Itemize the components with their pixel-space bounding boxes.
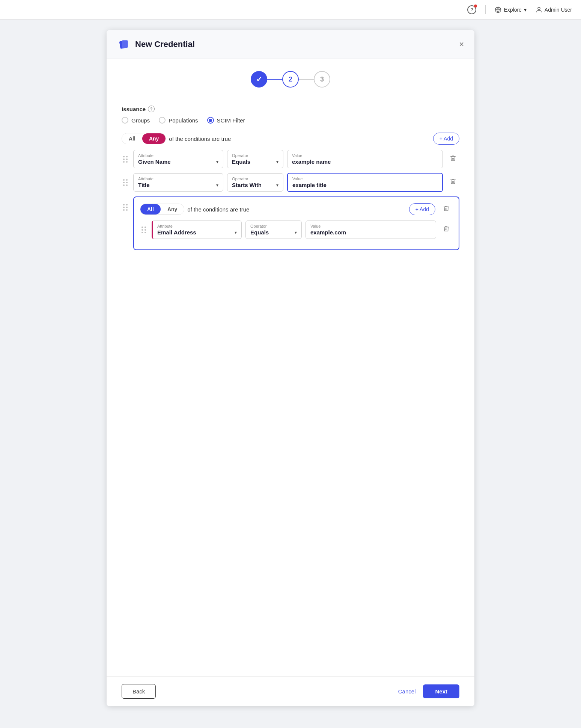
populations-radio-circle — [159, 117, 166, 124]
populations-radio[interactable]: Populations — [159, 117, 198, 124]
user-menu[interactable]: Admin User — [536, 6, 572, 13]
condition-row-given-name: Attribute Given Name ▾ Operator Equals ▾… — [122, 150, 459, 168]
drag-dots-email — [141, 227, 146, 233]
outer-all-any-toggle: All Any — [122, 133, 166, 144]
attribute-title-field[interactable]: Attribute Title ▾ — [133, 173, 223, 192]
modal-title: New Credential — [135, 39, 195, 49]
trash-icon-email — [443, 225, 450, 232]
connector-2-3 — [299, 79, 314, 80]
issuance-help-icon[interactable]: ? — [148, 106, 155, 112]
delete-email-button[interactable] — [440, 224, 453, 236]
footer-right-actions: Cancel Next — [398, 684, 459, 698]
value-title-field[interactable]: Value example title — [287, 173, 443, 192]
attribute-email-arrow: ▾ — [235, 230, 237, 235]
modal-body: Issuance ? Groups Populations SCIM Filte… — [107, 97, 474, 475]
condition-row-title: Attribute Title ▾ Operator Starts With ▾… — [122, 173, 459, 192]
modal-header: New Credential × — [107, 30, 474, 59]
nested-all-any-toggle: All Any — [140, 204, 184, 215]
step-3: 3 — [314, 71, 330, 88]
scim-filter-radio-circle — [207, 117, 214, 124]
delete-given-name-button[interactable] — [447, 153, 459, 165]
help-button[interactable]: ? — [467, 5, 476, 14]
new-credential-modal: New Credential × ✓ 2 3 Issuance ? Groups — [107, 30, 474, 706]
explore-chevron-icon: ▾ — [524, 7, 527, 13]
brand-logo — [117, 38, 131, 51]
nested-conditions-header: All Any of the conditions are true + Add — [140, 203, 453, 215]
explore-icon — [495, 6, 501, 13]
top-navigation: ? Explore ▾ Admin User — [0, 0, 581, 20]
drag-dots-2 — [123, 179, 128, 186]
step-3-label: 3 — [320, 76, 324, 83]
attribute-email-field[interactable]: Attribute Email Address ▾ — [152, 221, 242, 239]
nested-toggle-group: All Any of the conditions are true — [140, 204, 249, 215]
groups-radio-circle — [122, 117, 128, 124]
step-2-label: 2 — [289, 76, 292, 83]
checkmark-icon: ✓ — [256, 75, 262, 84]
cancel-button[interactable]: Cancel — [398, 688, 416, 695]
drag-dots-1 — [123, 156, 128, 163]
help-icon: ? — [467, 5, 476, 14]
condition-row-email: Attribute Email Address ▾ Operator Equal… — [140, 221, 453, 239]
scim-filter-radio[interactable]: SCIM Filter — [207, 117, 245, 124]
drag-handle-nested[interactable] — [122, 202, 129, 212]
operator-given-name-field[interactable]: Operator Equals ▾ — [227, 150, 283, 168]
nested-any-button[interactable]: Any — [161, 204, 184, 214]
nested-conditions-text: of the conditions are true — [187, 206, 249, 213]
step-2: 2 — [282, 71, 299, 88]
next-button[interactable]: Next — [423, 684, 459, 698]
attribute-given-name-arrow: ▾ — [216, 159, 218, 165]
svg-point-2 — [538, 7, 540, 9]
value-email-field[interactable]: Value example.com — [306, 221, 436, 239]
nav-divider — [485, 5, 486, 14]
drag-handle-email[interactable] — [140, 225, 148, 235]
operator-title-field[interactable]: Operator Starts With ▾ — [227, 173, 283, 192]
delete-title-button[interactable] — [447, 177, 459, 188]
progress-stepper: ✓ 2 3 — [107, 59, 474, 97]
outer-conditions-block: All Any of the conditions are true + Add — [122, 133, 459, 258]
modal-title-group: New Credential — [117, 38, 195, 51]
trash-icon-2 — [450, 178, 456, 185]
nested-condition-row: All Any of the conditions are true + Add — [122, 196, 459, 258]
delete-nested-block-button[interactable] — [440, 204, 453, 215]
issuance-section-label: Issuance ? — [122, 106, 459, 112]
outer-add-button[interactable]: + Add — [433, 133, 459, 145]
back-button[interactable]: Back — [122, 684, 156, 699]
outer-any-button[interactable]: Any — [142, 133, 166, 144]
operator-given-name-arrow: ▾ — [276, 159, 278, 165]
explore-menu[interactable]: Explore ▾ — [495, 6, 526, 13]
outer-conditions-text: of the conditions are true — [169, 136, 231, 142]
drag-handle-2[interactable] — [122, 178, 129, 187]
step-1: ✓ — [251, 71, 267, 88]
trash-icon-nested — [443, 205, 450, 212]
groups-radio[interactable]: Groups — [122, 117, 150, 124]
body-spacer — [107, 475, 474, 676]
operator-email-arrow: ▾ — [295, 230, 297, 235]
issuance-radio-group: Groups Populations SCIM Filter — [122, 117, 459, 124]
operator-title-arrow: ▾ — [276, 183, 278, 188]
outer-conditions-header: All Any of the conditions are true + Add — [122, 133, 459, 145]
value-given-name-field[interactable]: Value example name — [287, 150, 443, 168]
trash-icon — [450, 155, 456, 162]
attribute-given-name-field[interactable]: Attribute Given Name ▾ — [133, 150, 223, 168]
connector-1-2 — [267, 79, 282, 80]
outer-toggle-group: All Any of the conditions are true — [122, 133, 231, 144]
user-icon — [536, 6, 542, 13]
attribute-title-arrow: ▾ — [216, 183, 218, 188]
drag-handle-1[interactable] — [122, 154, 129, 164]
nested-add-button[interactable]: + Add — [409, 203, 435, 215]
modal-footer: Back Cancel Next — [107, 676, 474, 706]
nested-all-button[interactable]: All — [140, 204, 161, 214]
svg-rect-4 — [122, 40, 128, 48]
drag-dots-nested — [123, 204, 128, 211]
close-button[interactable]: × — [459, 40, 464, 48]
operator-email-field[interactable]: Operator Equals ▾ — [245, 221, 302, 239]
nested-conditions-block: All Any of the conditions are true + Add — [133, 196, 459, 250]
outer-all-button[interactable]: All — [122, 133, 142, 144]
notification-badge — [474, 5, 477, 8]
